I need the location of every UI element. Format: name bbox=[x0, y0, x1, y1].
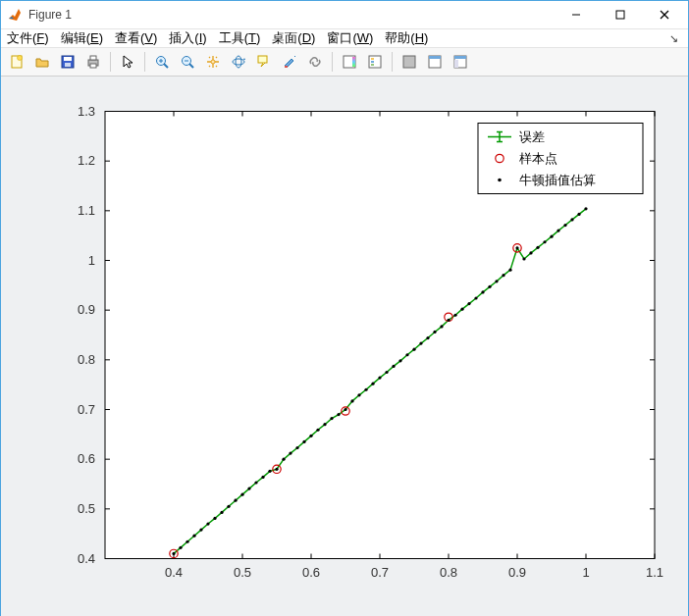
svg-line-17 bbox=[189, 64, 193, 68]
close-button[interactable] bbox=[642, 1, 686, 28]
menu-file[interactable]: 文件(F) bbox=[7, 29, 49, 47]
figure-canvas: 0.40.50.60.70.80.911.1 0.40.50.60.70.80.… bbox=[1, 77, 688, 616]
dock-icon[interactable]: ↘ bbox=[669, 32, 682, 45]
svg-point-20 bbox=[233, 59, 244, 65]
svg-text:1.1: 1.1 bbox=[78, 203, 95, 218]
svg-point-151 bbox=[556, 230, 559, 232]
svg-text:0.4: 0.4 bbox=[78, 551, 95, 566]
svg-point-126 bbox=[385, 371, 388, 374]
svg-text:1: 1 bbox=[582, 565, 589, 580]
svg-point-99 bbox=[199, 529, 202, 532]
axes[interactable]: 0.40.50.60.70.80.911.1 0.40.50.60.70.80.… bbox=[11, 86, 678, 609]
menu-view[interactable]: 查看(V) bbox=[115, 29, 157, 47]
svg-point-19 bbox=[211, 60, 215, 64]
insert-legend-button[interactable] bbox=[363, 50, 387, 74]
maximize-button[interactable] bbox=[598, 1, 642, 28]
svg-point-147 bbox=[529, 251, 532, 254]
window-title: Figure 1 bbox=[28, 8, 72, 22]
svg-point-149 bbox=[543, 240, 546, 243]
svg-point-115 bbox=[309, 435, 312, 437]
minimize-button[interactable] bbox=[554, 1, 598, 28]
zoom-out-button[interactable] bbox=[176, 50, 199, 74]
svg-rect-34 bbox=[454, 56, 466, 59]
svg-text:样本点: 样本点 bbox=[519, 151, 557, 166]
link-button[interactable] bbox=[303, 50, 327, 74]
svg-point-135 bbox=[447, 319, 450, 322]
separator bbox=[144, 52, 145, 72]
rotate3d-button[interactable] bbox=[227, 50, 250, 74]
pointer-button[interactable] bbox=[116, 50, 139, 74]
svg-point-130 bbox=[412, 348, 415, 351]
toolbar bbox=[1, 48, 688, 77]
svg-point-136 bbox=[453, 314, 456, 317]
svg-rect-7 bbox=[64, 57, 72, 61]
svg-point-164 bbox=[498, 179, 502, 182]
menu-insert[interactable]: 插入(I) bbox=[169, 29, 206, 47]
menu-desktop[interactable]: 桌面(D) bbox=[272, 29, 315, 47]
svg-rect-23 bbox=[285, 66, 288, 68]
menu-window[interactable]: 窗口(W) bbox=[327, 29, 373, 47]
svg-point-110 bbox=[275, 468, 278, 471]
menu-edit[interactable]: 编辑(E) bbox=[61, 29, 103, 47]
svg-point-114 bbox=[302, 440, 305, 443]
save-button[interactable] bbox=[56, 50, 80, 74]
svg-point-117 bbox=[323, 423, 326, 426]
separator bbox=[332, 52, 333, 72]
svg-text:1: 1 bbox=[88, 253, 95, 268]
svg-rect-25 bbox=[352, 57, 355, 67]
svg-point-134 bbox=[440, 325, 443, 328]
svg-point-116 bbox=[316, 429, 319, 432]
svg-rect-1 bbox=[616, 11, 624, 19]
dock-figure-button[interactable] bbox=[423, 50, 447, 74]
print-button[interactable] bbox=[81, 50, 105, 74]
svg-point-132 bbox=[426, 336, 429, 339]
svg-point-127 bbox=[392, 365, 395, 368]
separator bbox=[392, 52, 393, 72]
pan-button[interactable] bbox=[201, 50, 225, 74]
menu-tools[interactable]: 工具(T) bbox=[219, 29, 261, 47]
insert-colorbar-button[interactable] bbox=[338, 50, 361, 74]
svg-point-129 bbox=[405, 353, 408, 356]
svg-point-131 bbox=[419, 342, 422, 345]
svg-text:1.3: 1.3 bbox=[78, 104, 95, 119]
svg-text:0.7: 0.7 bbox=[371, 565, 389, 580]
svg-point-119 bbox=[337, 413, 340, 416]
svg-point-5 bbox=[18, 56, 23, 61]
svg-point-100 bbox=[206, 522, 209, 525]
svg-text:牛顿插值估算: 牛顿插值估算 bbox=[519, 173, 596, 187]
svg-point-105 bbox=[240, 493, 243, 496]
hide-plot-tools-button[interactable] bbox=[398, 50, 421, 74]
figure-window: Figure 1 文件(F) 编辑(E) 查看(V) 插入(I) 工具(T) 桌… bbox=[0, 0, 689, 616]
new-figure-button[interactable] bbox=[5, 50, 28, 74]
svg-point-101 bbox=[213, 517, 216, 520]
svg-rect-10 bbox=[90, 56, 96, 60]
svg-rect-29 bbox=[371, 64, 374, 66]
svg-point-112 bbox=[289, 451, 292, 454]
open-button[interactable] bbox=[30, 50, 54, 74]
svg-text:0.9: 0.9 bbox=[78, 302, 95, 317]
svg-point-146 bbox=[522, 257, 525, 260]
svg-rect-8 bbox=[65, 63, 71, 67]
datatip-button[interactable] bbox=[252, 50, 276, 74]
svg-point-97 bbox=[186, 540, 188, 543]
svg-text:0.6: 0.6 bbox=[78, 451, 95, 466]
svg-point-21 bbox=[236, 56, 241, 68]
svg-point-142 bbox=[495, 280, 498, 282]
legend[interactable]: 误差样本点牛顿插值估算 bbox=[478, 124, 643, 194]
svg-point-121 bbox=[350, 399, 353, 402]
svg-line-13 bbox=[164, 64, 168, 68]
matlab-icon bbox=[7, 7, 23, 23]
svg-point-143 bbox=[502, 274, 504, 277]
menu-help[interactable]: 帮助(H) bbox=[385, 29, 428, 47]
svg-point-107 bbox=[254, 481, 257, 484]
svg-point-109 bbox=[268, 470, 271, 473]
svg-point-139 bbox=[474, 296, 477, 299]
svg-text:1.1: 1.1 bbox=[646, 565, 663, 580]
brush-button[interactable] bbox=[278, 50, 301, 74]
svg-point-98 bbox=[192, 535, 195, 538]
svg-text:0.5: 0.5 bbox=[78, 501, 95, 516]
svg-point-148 bbox=[536, 246, 539, 249]
zoom-in-button[interactable] bbox=[150, 50, 174, 74]
show-plot-tools-button[interactable] bbox=[449, 50, 472, 74]
svg-rect-26 bbox=[369, 56, 381, 68]
